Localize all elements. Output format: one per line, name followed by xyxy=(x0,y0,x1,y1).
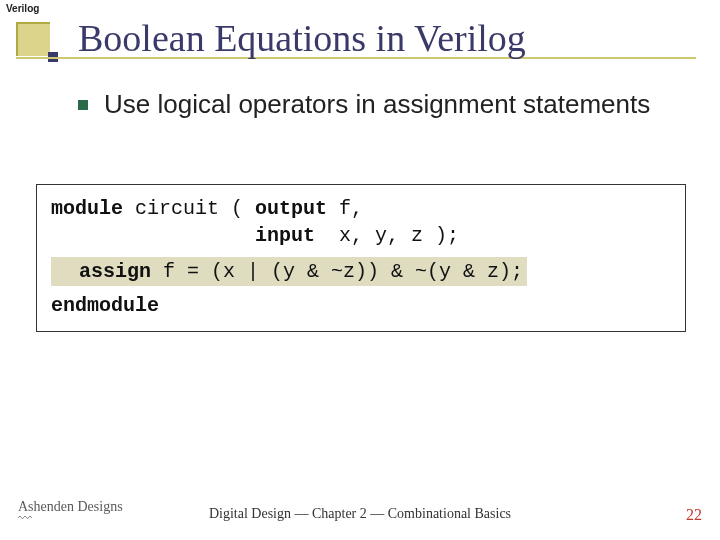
kw-assign: assign xyxy=(79,260,151,283)
footer-text: Digital Design — Chapter 2 — Combination… xyxy=(0,506,720,522)
header-accent-block xyxy=(16,22,50,56)
bullet-text: Use logical operators in assignment stat… xyxy=(104,88,650,121)
kw-output: output xyxy=(255,197,327,220)
code-text: circuit ( xyxy=(123,197,255,220)
code-indent xyxy=(55,260,79,283)
kw-endmodule: endmodule xyxy=(51,294,159,317)
page-number: 22 xyxy=(686,506,702,524)
body-content: Use logical operators in assignment stat… xyxy=(78,88,678,121)
highlighted-line: assign f = (x | (y & ~z)) & ~(y & z); xyxy=(51,257,527,286)
code-text: f, xyxy=(327,197,363,220)
kw-input: input xyxy=(255,224,315,247)
code-indent xyxy=(51,224,255,247)
slide-title: Boolean Equations in Verilog xyxy=(78,16,526,60)
code-block: module circuit ( output f, input x, y, z… xyxy=(36,184,686,332)
code-text: x, y, z ); xyxy=(315,224,459,247)
bullet-item: Use logical operators in assignment stat… xyxy=(78,88,678,121)
bullet-icon xyxy=(78,100,88,110)
code-expression: f = (x | (y & ~z)) & ~(y & z); xyxy=(151,260,523,283)
context-tag: Verilog xyxy=(6,3,39,14)
kw-module: module xyxy=(51,197,123,220)
